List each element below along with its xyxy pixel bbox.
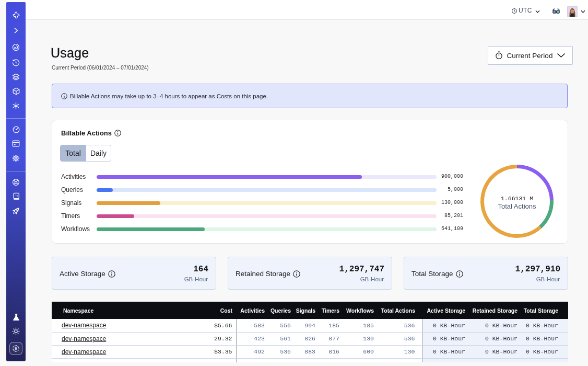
svg-text:Total Actions: Total Actions [498,202,536,210]
svg-text:1.66131 M: 1.66131 M [501,195,533,202]
